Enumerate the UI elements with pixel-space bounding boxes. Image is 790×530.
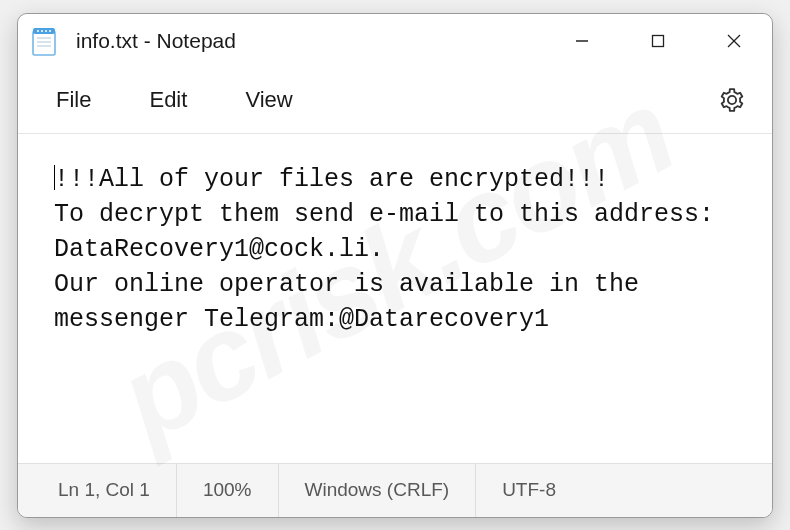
- window-title: info.txt - Notepad: [76, 29, 544, 53]
- close-icon: [726, 33, 742, 49]
- gear-icon: [719, 87, 745, 113]
- menu-view[interactable]: View: [221, 77, 326, 123]
- svg-point-5: [37, 30, 39, 32]
- text-editor[interactable]: !!!All of your files are encrypted!!! To…: [18, 134, 772, 463]
- svg-rect-4: [33, 28, 55, 34]
- window-controls: [544, 14, 772, 68]
- minimize-icon: [575, 34, 589, 48]
- svg-point-7: [45, 30, 47, 32]
- status-encoding: UTF-8: [476, 464, 582, 517]
- titlebar[interactable]: info.txt - Notepad: [18, 14, 772, 68]
- menu-file[interactable]: File: [32, 77, 125, 123]
- close-button[interactable]: [696, 14, 772, 68]
- notepad-window: pcrisk.com info.txt - Notepad: [17, 13, 773, 518]
- svg-point-6: [41, 30, 43, 32]
- menubar: File Edit View: [18, 68, 772, 134]
- maximize-button[interactable]: [620, 14, 696, 68]
- svg-rect-10: [653, 35, 664, 46]
- svg-point-8: [49, 30, 51, 32]
- statusbar: Ln 1, Col 1 100% Windows (CRLF) UTF-8: [18, 463, 772, 517]
- status-lineending: Windows (CRLF): [279, 464, 477, 517]
- status-position: Ln 1, Col 1: [18, 464, 177, 517]
- maximize-icon: [651, 34, 665, 48]
- settings-button[interactable]: [710, 78, 754, 122]
- menu-edit[interactable]: Edit: [125, 77, 221, 123]
- notepad-app-icon: [30, 25, 58, 57]
- status-zoom: 100%: [177, 464, 279, 517]
- minimize-button[interactable]: [544, 14, 620, 68]
- document-text: !!!All of your files are encrypted!!! To…: [54, 165, 729, 334]
- svg-rect-0: [33, 31, 55, 55]
